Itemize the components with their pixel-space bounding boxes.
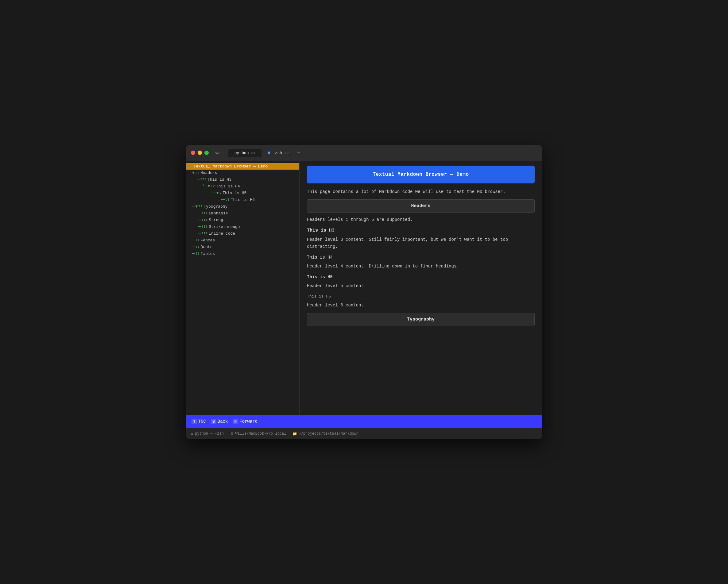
main-area: ▼ I Textual Markdown Browser — Demo ▼ II… [186,161,542,415]
folder-icon: 📁 [292,432,297,436]
back-button[interactable]: B Back [209,418,230,425]
toc-item-h4[interactable]: └─ ▼ IV This is H4 [186,183,299,190]
level-h3: III [200,177,206,181]
label-h5: This is H5 [223,191,246,195]
level-inline-code: III [201,231,207,235]
connector-fences: ─ [192,238,194,243]
headers-intro-text: Headers levels 1 through 6 are supported… [307,216,535,224]
connector-typography: ─ [192,204,194,209]
arrow-root: ▼ [187,164,190,169]
level-quote: II [195,245,199,249]
connector-h3: ─ [197,177,200,182]
h4-content: Header level 4 content. Drilling down in… [307,263,535,270]
toc-item-fences[interactable]: ─ II Fences [186,237,299,244]
connector-h6: └─ [220,197,225,202]
label-h3: This is H3 [207,177,231,182]
tabs-bar: python ⌘1 -zsh ⌘2 + [228,149,537,157]
level-fences: II [195,238,199,242]
content-title-text: Textual Markdown Browser — Demo [372,172,469,177]
arrow-typography: ▼ [195,204,198,209]
label-emphasis: Emphasis [209,211,228,216]
label-strong: Strong [209,218,223,222]
footer-path-text: ~/projects/textual-markdown [299,432,359,436]
connector-quote: ─ [192,245,194,249]
close-button[interactable] [191,150,195,155]
h4-heading: This is H4 [307,255,535,260]
footer-bar: ⚙ python ← -zsh 🖥 Wills-MacBook-Pro.loca… [186,428,542,439]
label-h6: This is H6 [231,197,255,202]
toc-item-h6[interactable]: └─ VI This is H6 [186,196,299,203]
tab-zsh-shortcut: ⌘2 [285,151,288,155]
footer-host: 🖥 Wills-MacBook-Pro.local [230,432,286,436]
label-h4: This is H4 [216,184,240,189]
connector-tables: ─ [192,251,194,256]
level-headers: II [195,171,199,175]
tab-zsh-dot [268,151,270,154]
level-emphasis: III [201,211,207,215]
section-headers-block: Headers [307,199,535,213]
connector-h4: └─ [202,184,207,189]
process-icon: ⚙ [191,432,193,436]
tab-python[interactable]: python ⌘1 [228,149,261,157]
content-intro: This page contains a lot of Markdown cod… [307,188,535,196]
toc-item-headers[interactable]: ▼ II Headers [186,170,299,176]
traffic-lights [191,150,209,155]
forward-label: Forward [239,419,258,424]
tab-python-shortcut: ⌘1 [251,151,255,155]
level-tables: II [195,252,199,255]
h3-heading: This is H3 [307,228,535,233]
tab-zsh-label: -zsh [272,150,282,155]
minimize-button[interactable] [198,150,202,155]
toc-item-strong[interactable]: ─ III Strong [186,217,299,223]
level-h4: IV [211,184,215,188]
level-strikethrough: III [201,225,207,228]
toc-label: TOC [198,419,206,424]
arrow-headers: ▼ [192,170,194,175]
h5-heading: This is H5 [307,275,535,279]
level-typography: II [198,204,202,208]
toc-button[interactable]: T TOC [190,418,208,425]
toc-item-h5[interactable]: └─ ▼ V This is H5 [186,190,299,196]
main-window: ⌥⌘1 python ⌘1 -zsh ⌘2 + ▼ I Textual Mark… [186,145,542,439]
back-key: B [211,419,216,424]
label-strikethrough: Strikethrough [209,224,240,229]
maximize-button[interactable] [204,150,209,155]
toc-item-strikethrough[interactable]: ─ III Strikethrough [186,223,299,230]
sidebar-toc[interactable]: ▼ I Textual Markdown Browser — Demo ▼ II… [186,161,300,415]
label-root: Textual Markdown Browser — Demo [193,164,268,169]
section-headers-label: Headers [411,203,430,208]
level-strong: III [201,218,207,222]
level-h5: V [219,191,222,195]
status-bar: T TOC B Back F Forward [186,415,542,428]
add-tab-button[interactable]: + [295,150,303,156]
toc-item-inline-code[interactable]: ─ III Inline code [186,230,299,237]
connector-inline-code: ─ [198,231,201,236]
level-h6: VI [226,198,230,201]
toc-item-root[interactable]: ▼ I Textual Markdown Browser — Demo [186,163,299,170]
toc-item-typography[interactable]: ─ ▼ II Typography [186,203,299,210]
level-root: I [190,165,192,168]
arrow-h5: ▼ [216,191,219,195]
label-quote: Quote [201,245,213,249]
tab1-shortcut-label: ⌥⌘1 [215,151,221,155]
tab-python-label: python [234,150,249,155]
label-tables: Tables [201,251,215,256]
forward-button[interactable]: F Forward [231,418,259,425]
footer-processes-text: python ← -zsh [195,432,224,436]
content-area[interactable]: Textual Markdown Browser — Demo This pag… [300,161,542,415]
toc-item-quote[interactable]: ─ II Quote [186,244,299,250]
tab-zsh[interactable]: -zsh ⌘2 [261,149,295,157]
h6-heading: This is H6 [307,294,535,299]
h3-content: Header level 3 content. Still fairly imp… [307,236,535,251]
label-headers: Headers [201,170,217,175]
toc-item-tables[interactable]: ─ II Tables [186,250,299,257]
connector-emphasis: ─ [198,211,201,216]
label-inline-code: Inline code [209,231,235,236]
connector-strong: ─ [198,218,201,222]
h5-content: Header level 5 content. [307,282,535,290]
arrow-h4: ▼ [208,184,210,189]
connector-strikethrough: ─ [198,224,201,229]
toc-item-emphasis[interactable]: ─ III Emphasis [186,210,299,217]
title-bar: ⌥⌘1 python ⌘1 -zsh ⌘2 + [186,145,542,161]
toc-item-h3[interactable]: ─ III This is H3 [186,176,299,183]
